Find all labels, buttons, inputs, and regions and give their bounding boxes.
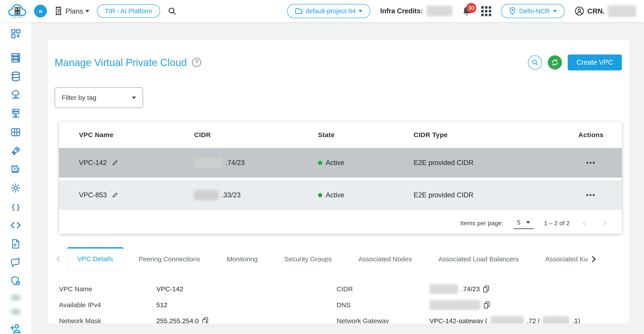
e2e-cloud-logo[interactable]: E2E Cloud	[8, 3, 26, 19]
billing-receipt-icon: $	[10, 164, 21, 175]
tab-security-groups[interactable]: Security Groups	[271, 255, 345, 263]
project-selector[interactable]: default-project-94	[287, 4, 371, 18]
items-per-page-value: 5	[517, 219, 520, 226]
cloud-network-icon	[10, 90, 21, 100]
location-pin-icon	[509, 7, 516, 15]
shield-user-icon	[10, 276, 21, 286]
copy-icon[interactable]	[202, 317, 208, 323]
expand-chevrons-icon: »	[39, 7, 42, 15]
sidebar-item-redacted-1[interactable]	[10, 294, 22, 301]
sidebar-item-compute[interactable]	[10, 53, 22, 63]
sidebar-expand-button[interactable]: »	[34, 5, 47, 18]
sidebar-item-security[interactable]	[10, 276, 22, 286]
column-header-cidr: CIDR	[194, 131, 318, 139]
tir-platform-button[interactable]: TIR - AI Platform	[97, 5, 160, 18]
rocket-icon	[10, 145, 21, 156]
sidebar-item-api[interactable]: { }	[10, 201, 22, 212]
cidr-prefix-redacted	[430, 284, 458, 294]
sidebar-item-documents[interactable]	[10, 239, 22, 249]
tab-vpc-details[interactable]: VPC Details	[67, 247, 124, 271]
tabs-scroll-left-button[interactable]	[54, 255, 62, 263]
cloud-logo-icon: E2E Cloud	[8, 3, 26, 19]
sidebar-item-server-cluster[interactable]	[10, 108, 22, 119]
sidebar-item-storage-blocks[interactable]	[10, 127, 22, 137]
row-actions-menu-button[interactable]: •••	[560, 191, 622, 199]
state-label: Active	[326, 159, 344, 167]
chevron-down-icon	[358, 10, 362, 13]
pagination-range: 1 – 2 of 2	[544, 220, 570, 227]
items-per-page-label: Items per page:	[460, 220, 503, 227]
tab-peering-connections[interactable]: Peering Connections	[126, 255, 214, 263]
items-per-page-select[interactable]: 5	[514, 218, 534, 229]
detail-row-vpc-name: VPC Name VPC-142	[59, 281, 336, 297]
sidebar-item-database[interactable]	[10, 71, 22, 82]
detail-row-available-ipv4: Available IPv4 512	[59, 297, 336, 313]
tab-monitoring[interactable]: Monitoring	[214, 255, 271, 263]
sidebar-item-dashboard[interactable]	[10, 28, 22, 39]
edit-pencil-icon[interactable]	[112, 192, 118, 199]
project-name: default-project-94	[306, 8, 356, 15]
notifications-button[interactable]: 30	[462, 6, 472, 16]
braces-icon: { }	[10, 201, 21, 212]
vpc-page-card: Manage Virtual Private Cloud	[48, 40, 630, 323]
plans-menu[interactable]: Plans	[54, 6, 89, 16]
refresh-icon	[551, 59, 559, 66]
document-icon	[10, 239, 21, 249]
gateway-ip2-redacted	[543, 316, 569, 323]
sidebar-item-cloud-network[interactable]	[10, 90, 22, 100]
refresh-button[interactable]	[548, 55, 562, 70]
blocks-grid-icon	[10, 127, 21, 137]
tab-associated-kubernetes[interactable]: Associated Kub	[532, 255, 588, 263]
receipt-icon	[54, 6, 63, 16]
sidebar-item-redacted-2[interactable]	[10, 308, 22, 315]
code-brackets-icon	[10, 220, 21, 231]
cidr-suffix: .74/23	[226, 159, 244, 167]
pagination: Items per page: 5 1 – 2 of 2	[59, 213, 622, 234]
network-gateway-label: Network Gateway	[336, 317, 430, 323]
edit-pencil-icon[interactable]	[112, 159, 118, 166]
table-search-button[interactable]	[528, 55, 542, 70]
dns-value-redacted	[430, 300, 480, 310]
create-vpc-button[interactable]: Create VPC	[568, 55, 622, 70]
region-selector[interactable]: Delhi-NCR	[501, 4, 565, 18]
table-row[interactable]: VPC-853 .33/23 Active E2E provided CIDR …	[59, 180, 622, 210]
sidebar-item-launch[interactable]	[10, 145, 22, 156]
svg-text:E2E Cloud: E2E Cloud	[12, 16, 22, 18]
account-menu[interactable]: CRN.	[574, 5, 636, 17]
filter-by-tag-dropdown[interactable]: Filter by tag	[54, 87, 143, 108]
search-icon[interactable]	[168, 7, 176, 16]
table-row[interactable]: VPC-142 .74/23 Active E2E provided CIDR …	[59, 148, 622, 178]
row-actions-menu-button[interactable]: •••	[560, 159, 622, 166]
previous-page-button[interactable]	[580, 218, 590, 228]
gateway-ip-redacted	[490, 316, 524, 323]
available-ipv4-label: Available IPv4	[59, 301, 156, 309]
next-page-button[interactable]	[600, 218, 610, 228]
table-header-row: VPC Name CIDR State CIDR Type Actions	[59, 122, 622, 148]
cidr-type: E2E provided CIDR	[414, 191, 560, 199]
sidebar-item-settings[interactable]	[10, 183, 22, 193]
cidr-prefix-redacted	[194, 190, 218, 200]
column-header-cidr-type: CIDR Type	[414, 131, 560, 139]
sidebar-item-billing[interactable]: $	[10, 164, 22, 175]
sidebar-item-support[interactable]: ?	[10, 257, 22, 268]
apps-grid-button[interactable]	[481, 6, 491, 16]
tabs-scroll-right-button[interactable]	[589, 255, 598, 263]
detail-row-cidr: CIDR .74/23	[336, 281, 630, 297]
search-icon	[532, 59, 538, 66]
sidebar-item-add-user[interactable]	[10, 323, 22, 334]
column-header-state: State	[318, 131, 414, 139]
copy-icon[interactable]	[484, 301, 490, 309]
tir-platform-label: TIR - AI Platform	[105, 8, 152, 15]
tab-associated-load-balancers[interactable]: Associated Load Balancers	[425, 255, 532, 263]
chevron-down-icon	[526, 221, 530, 224]
chat-question-icon: ?	[10, 257, 21, 268]
chevron-left-icon	[581, 220, 588, 227]
help-icon[interactable]	[192, 57, 202, 68]
detail-tabs: VPC Details Peering Connections Monitori…	[54, 247, 622, 271]
state-active-dot	[318, 161, 322, 165]
tab-associated-nodes[interactable]: Associated Nodes	[345, 255, 425, 263]
cidr-suffix: .33/23	[222, 191, 240, 199]
notification-count-badge: 30	[466, 3, 476, 13]
copy-icon[interactable]	[483, 285, 490, 293]
sidebar-item-code[interactable]	[10, 220, 22, 231]
